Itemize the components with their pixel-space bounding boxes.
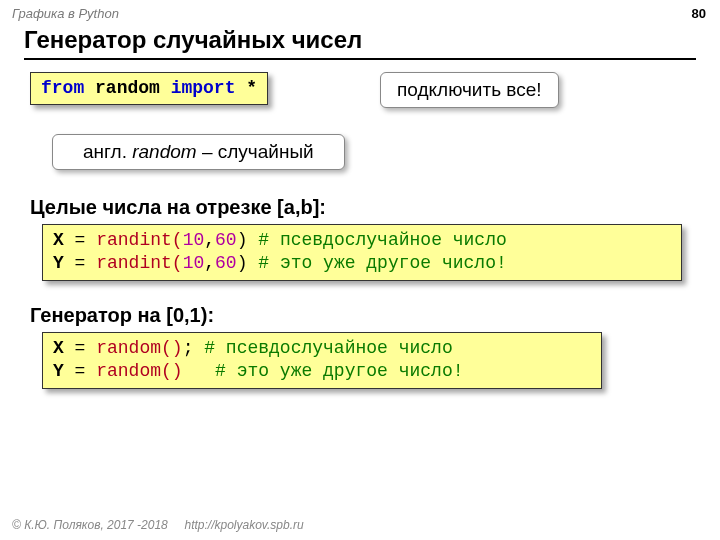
- kw-from: from: [41, 78, 84, 98]
- footer-url: http://kpolyakov.spb.ru: [184, 518, 303, 532]
- callout2-post: – случайный: [197, 141, 314, 162]
- callout-random-meaning: англ. random – случайный: [52, 134, 345, 170]
- code-randint: X = randint(10,60) # псевдослучайное чис…: [42, 224, 682, 281]
- subhead-int: Целые числа на отрезке [a,b]:: [30, 196, 326, 219]
- kw-star: *: [246, 78, 257, 98]
- code-line-2: Y = randint(10,60) # это уже другое числ…: [53, 252, 671, 275]
- code-line-4: Y = random() # это уже другое число!: [53, 360, 591, 383]
- code-random: X = random(); # псевдослучайное число Y …: [42, 332, 602, 389]
- callout2-pre: англ.: [83, 141, 132, 162]
- header-label: Графика в Python: [12, 6, 119, 21]
- footer-copyright: © К.Ю. Поляков, 2017 -2018: [12, 518, 168, 532]
- page-number: 80: [692, 6, 706, 21]
- footer: © К.Ю. Поляков, 2017 -2018 http://kpolya…: [12, 518, 304, 532]
- code-line-1: X = randint(10,60) # псевдослучайное чис…: [53, 229, 671, 252]
- callout-connect-all: подключить все!: [380, 72, 559, 108]
- kw-import: import: [171, 78, 236, 98]
- callout2-word: random: [132, 141, 196, 162]
- subhead-rand: Генератор на [0,1):: [30, 304, 214, 327]
- code-line-3: X = random(); # псевдослучайное число: [53, 337, 591, 360]
- page-title: Генератор случайных чисел: [24, 26, 696, 60]
- kw-module: random: [95, 78, 160, 98]
- code-import: from random import *: [30, 72, 268, 105]
